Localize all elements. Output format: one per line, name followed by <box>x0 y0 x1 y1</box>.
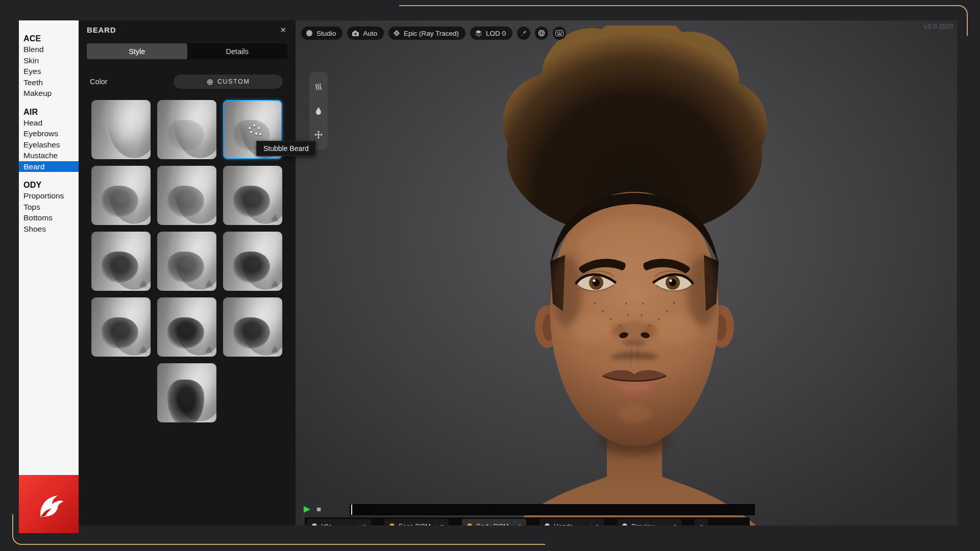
studio-icon <box>306 30 313 37</box>
beard-thumbnail-11[interactable]: ⚠ <box>157 297 216 357</box>
plus-circle-icon: ⊕ <box>207 77 213 87</box>
custom-color-label: CUSTOM <box>217 78 250 85</box>
custom-color-button[interactable]: ⊕ CUSTOM <box>174 74 283 89</box>
sidebar-item-proportions[interactable]: Proportions <box>23 190 79 202</box>
beard-thumbnail-2[interactable] <box>157 100 216 159</box>
anim-type-icon <box>622 523 627 525</box>
warning-icon: ⚠ <box>271 280 280 289</box>
quality-icon <box>393 30 400 37</box>
thumbnail-shading <box>91 166 151 225</box>
dragon-logo-icon <box>28 483 70 525</box>
color-label: Color <box>90 78 108 86</box>
category-sidebar: ACEBlendSkinEyesTeethMakeupAIRHeadEyebro… <box>19 20 79 525</box>
beard-thumbnail-7[interactable]: ⚠ <box>91 232 151 291</box>
beard-thumbnail-1[interactable] <box>91 100 151 159</box>
toolbar-studio-button[interactable]: Studio <box>301 27 342 40</box>
sidebar-item-teeth[interactable]: Teeth <box>23 77 79 88</box>
sidebar-item-eyes[interactable]: Eyes <box>23 66 79 77</box>
sidebar-item-bottoms[interactable]: Bottoms <box>23 212 79 223</box>
hair-tool-button[interactable] <box>312 80 325 93</box>
stop-button[interactable]: ■ <box>316 504 321 515</box>
sidebar-item-makeup[interactable]: Makeup <box>23 88 79 99</box>
toolbar-label: LOD 0 <box>486 30 506 37</box>
sidebar-item-mustache[interactable]: Mustache <box>23 150 79 161</box>
sidebar-section-header-ace: ACE <box>23 34 79 44</box>
sidebar-section-header-ody: ODY <box>23 180 79 190</box>
sphere-button[interactable] <box>535 27 548 40</box>
beard-thumbnail-13[interactable] <box>157 363 216 422</box>
anim-body-rom-button[interactable]: Body ROM▾ <box>461 518 527 525</box>
close-icon[interactable]: ✕ <box>280 26 286 34</box>
beard-preview-shape <box>167 120 204 151</box>
beard-preview-shape <box>102 186 138 216</box>
warning-icon: ⚠ <box>271 214 280 223</box>
anim-type-icon <box>467 523 472 525</box>
tab-style[interactable]: Style <box>87 43 187 59</box>
anim-label: Body ROM <box>476 522 509 526</box>
metahuman-creator-app: ACEBlendSkinEyesTeethMakeupAIRHeadEyebro… <box>19 20 957 525</box>
beard-thumbnail-8[interactable]: ⚠ <box>157 232 216 291</box>
move-tool-button[interactable] <box>312 128 325 141</box>
keyboard-icon <box>555 30 564 36</box>
sidebar-item-shoes[interactable]: Shoes <box>23 223 79 235</box>
dropdown-caret-icon[interactable]: ▾ <box>513 522 521 525</box>
dropdown-caret-icon[interactable]: ▾ <box>669 522 676 525</box>
viewport[interactable]: StudioAutoEpic (Ray Traced)LOD 0 v.0.0 2… <box>296 20 957 525</box>
toolbar-label: Epic (Ray Traced) <box>404 30 459 37</box>
beard-preview-shape <box>102 252 138 282</box>
anim-preview-button[interactable]: Preview▾ <box>617 518 682 525</box>
camera-icon <box>352 30 359 37</box>
tab-details[interactable]: Details <box>187 43 288 59</box>
sidebar-item-blend[interactable]: Blend <box>23 44 79 55</box>
thumbnail-shading <box>223 297 282 357</box>
play-button[interactable]: ▶ <box>304 504 310 515</box>
beard-preview-shape <box>167 317 204 348</box>
thumbnail-shading <box>91 297 151 357</box>
viewport-toolbar: StudioAutoEpic (Ray Traced)LOD 0 <box>301 27 566 40</box>
beard-preview-shape <box>233 252 270 282</box>
beard-preview-shape <box>233 186 270 216</box>
playhead[interactable] <box>351 505 352 515</box>
anim-face-rom-button[interactable]: Face ROM▾ <box>384 518 449 525</box>
anim-idle-button[interactable]: Idle▾ <box>306 518 372 525</box>
thumbnail-shading <box>157 166 216 225</box>
beard-thumbnail-5[interactable] <box>157 166 216 225</box>
warning-icon: ⚠ <box>139 345 148 355</box>
beard-style-grid: ⚠⚠⚠⚠⚠⚠⚠ <box>91 100 283 422</box>
anim-label: Idle <box>321 522 332 526</box>
beard-thumbnail-12[interactable]: ⚠ <box>223 297 282 357</box>
dropdown-caret-icon[interactable]: ▾ <box>436 522 444 525</box>
anim-label: Face ROM <box>399 522 431 526</box>
sidebar-item-tops[interactable]: Tops <box>23 202 79 213</box>
groom-tool-button[interactable] <box>312 104 325 117</box>
dropdown-caret-icon[interactable]: ▾ <box>591 522 599 525</box>
sidebar-item-eyebrows[interactable]: Eyebrows <box>23 128 79 139</box>
brush-icon <box>520 30 527 37</box>
keyboard-button[interactable] <box>553 27 566 40</box>
beard-thumbnail-4[interactable] <box>91 166 151 225</box>
brush-button[interactable] <box>517 27 530 40</box>
thumbnail-shading <box>157 100 216 159</box>
beard-preview-shape <box>167 380 204 422</box>
sidebar-item-eyelashes[interactable]: Eyelashes <box>23 139 79 151</box>
timeline-scrubber[interactable] <box>350 504 755 515</box>
toolbar-epic-ray-traced-button[interactable]: Epic (Ray Traced) <box>388 27 465 40</box>
beard-thumbnail-9[interactable]: ⚠ <box>223 232 282 291</box>
thumbnail-shading <box>157 363 216 422</box>
anim-hands-button[interactable]: Hands▾ <box>539 518 604 525</box>
toolbar-lod-0-button[interactable]: LOD 0 <box>470 27 512 40</box>
dropdown-caret-icon[interactable]: ▾ <box>358 522 366 525</box>
toolbar-auto-button[interactable]: Auto <box>347 27 384 40</box>
sidebar-item-skin[interactable]: Skin <box>23 55 79 66</box>
beard-preview-shape <box>167 252 204 282</box>
anim-menu-button[interactable]: ≡ <box>694 518 708 525</box>
anim-type-icon <box>545 523 550 525</box>
beard-thumbnail-10[interactable]: ⚠ <box>91 297 151 357</box>
sidebar-item-beard[interactable]: Beard <box>19 161 79 172</box>
drag-cursor-icon <box>248 124 262 138</box>
beard-thumbnail-6[interactable]: ⚠ <box>223 166 282 225</box>
toolbar-label: Auto <box>363 30 377 37</box>
beard-preview-shape <box>102 317 138 348</box>
sidebar-item-head[interactable]: Head <box>23 117 79 129</box>
thumbnail-shading <box>223 166 282 225</box>
